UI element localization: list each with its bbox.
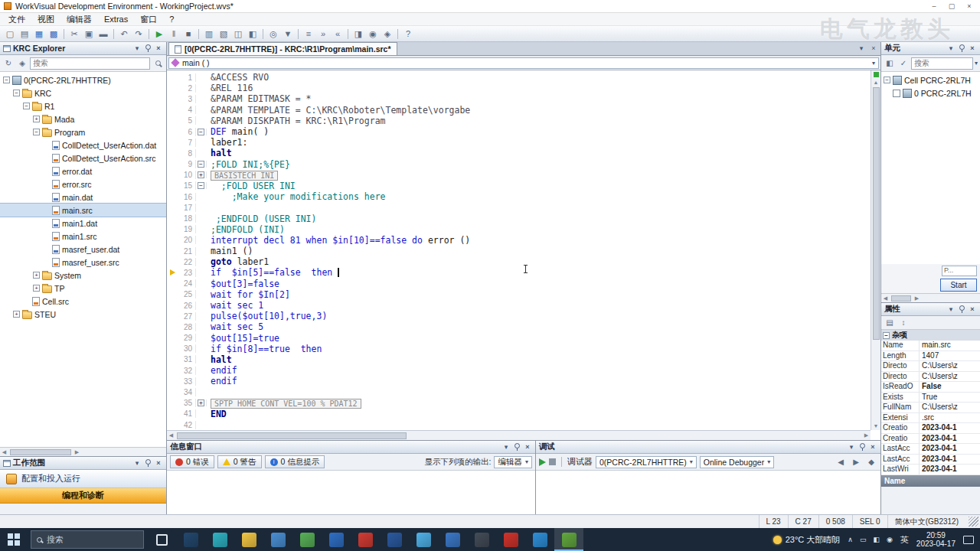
scroll-thumb[interactable]	[891, 295, 911, 302]
close-panel-button[interactable]: ×	[968, 44, 977, 53]
sort-alphabetical-icon[interactable]: ↕	[897, 317, 910, 329]
search-icon[interactable]	[152, 57, 164, 70]
code-line[interactable]: 30if $in[8]==true then	[167, 344, 871, 354]
property-row[interactable]: Creatio2023-04-1	[881, 434, 980, 445]
property-row[interactable]: LastAcc2023-04-1	[881, 455, 980, 465]
code-line[interactable]: 2&REL 116	[167, 83, 871, 93]
hidden-icons-icon[interactable]: ∧	[848, 536, 853, 543]
pin-icon[interactable]	[144, 458, 152, 468]
pin-icon[interactable]	[858, 442, 866, 452]
property-row[interactable]: ExistsTrue	[881, 393, 980, 403]
start-debug-button[interactable]	[539, 458, 546, 466]
code-line[interactable]: 34	[167, 386, 871, 397]
resize-grip[interactable]	[969, 517, 978, 527]
redo-icon[interactable]: ↷	[132, 28, 145, 41]
chevron-down-icon[interactable]: ▾	[975, 60, 978, 67]
scroll-right-icon[interactable]: ▶	[862, 432, 871, 440]
code-line[interactable]: 32endif	[167, 365, 871, 376]
property-category-misc[interactable]: − 杂项	[881, 330, 980, 341]
tree-item-masref-user-dat[interactable]: masref_user.dat	[0, 243, 166, 256]
errors-filter-button[interactable]: 0 错误	[170, 455, 214, 468]
taskbar-task-view-icon[interactable]	[147, 528, 176, 551]
editor-hscrollbar[interactable]: ◀ ▶	[167, 430, 871, 440]
tree-item-masref-user-src[interactable]: masref_user.src	[0, 256, 166, 269]
taskbar-clock[interactable]: 20:59 2023-04-17	[916, 531, 956, 548]
code-line[interactable]: 24$out[3]=false	[167, 279, 871, 289]
infos-filter-button[interactable]: i 0 信息提示	[265, 455, 325, 468]
editor-vscrollbar[interactable]: ▲ ▼	[871, 70, 880, 430]
document-tab-main-src[interactable]: [0(PCRC-2RL7HHTTRE)] - KRC:\R1\Program\m…	[168, 42, 397, 55]
scroll-right-icon[interactable]: ▶	[73, 448, 81, 456]
taskbar-chrome-browser-icon[interactable]	[263, 528, 292, 551]
property-row[interactable]: IsReadOFalse	[881, 382, 980, 393]
code-line[interactable]: 7laber1:	[167, 137, 871, 148]
taskbar-cad-app-icon[interactable]	[176, 528, 205, 551]
taskbar-file-explorer-icon[interactable]	[234, 528, 263, 551]
taskbar-workvisual-icon[interactable]	[554, 528, 583, 551]
code-line[interactable]: 8halt	[167, 148, 871, 158]
code-line[interactable]: 29$out[15]=true	[167, 333, 871, 344]
fold-collapse-icon[interactable]: −	[198, 161, 204, 168]
tree-item-error-src[interactable]: error.src	[0, 178, 166, 191]
scroll-down-icon[interactable]: ▼	[872, 422, 880, 430]
tree-item-krc[interactable]: −KRC	[0, 86, 166, 99]
taskbar-mail-app-icon[interactable]	[322, 528, 351, 551]
property-row[interactable]: Namemain.src	[881, 341, 980, 351]
stop-debug-button[interactable]	[549, 458, 556, 465]
warnings-filter-button[interactable]: 0 警告	[217, 455, 262, 468]
close-panel-button[interactable]: ×	[868, 442, 877, 452]
tree-item-main-src[interactable]: main.src	[0, 204, 166, 217]
taskbar-search[interactable]: 搜索	[31, 530, 144, 549]
tree-item-program[interactable]: −Program	[0, 126, 166, 139]
code-line[interactable]: 26wait sec 1	[167, 300, 871, 311]
open-project-icon[interactable]: ▤	[18, 28, 31, 41]
code-line[interactable]: 3&PARAM EDITMASK = *	[167, 93, 871, 104]
scroll-thumb[interactable]	[177, 432, 407, 439]
pin-icon[interactable]	[958, 44, 965, 53]
menu-file[interactable]: 文件	[2, 13, 31, 26]
menu-window[interactable]: 窗口	[134, 13, 163, 26]
taskbar-qq-app-icon[interactable]	[409, 528, 438, 551]
link-project-icon[interactable]: ◈	[16, 57, 28, 70]
property-row[interactable]: Creatio2023-04-1	[881, 423, 980, 434]
panel-menu-button[interactable]: ▾	[847, 442, 856, 452]
minimize-button[interactable]: –	[927, 2, 941, 11]
step-back-icon[interactable]: ◀	[835, 456, 847, 468]
explorer-search-input[interactable]	[30, 57, 150, 70]
start-button[interactable]: Start	[940, 279, 977, 292]
output-source-selector[interactable]: 编辑器 ▾	[494, 456, 532, 468]
code-line[interactable]: 10+BASISTECH INI	[167, 170, 871, 181]
taskbar-edge-browser-icon[interactable]	[205, 528, 234, 551]
close-panel-button[interactable]: ×	[523, 442, 532, 452]
undo-icon[interactable]: ↶	[117, 28, 131, 41]
code-line[interactable]: 1&ACCESS RVO	[167, 72, 871, 83]
expand-icon[interactable]: +	[33, 272, 40, 279]
search-icon[interactable]: ◎	[266, 28, 280, 41]
code-line[interactable]: 15− ;FOLD USER INI	[167, 181, 871, 191]
collapse-icon[interactable]: −	[3, 77, 10, 83]
copy-icon[interactable]: ▣	[82, 28, 96, 41]
tree-item-main-dat[interactable]: main.dat	[0, 191, 166, 204]
tree-item-cell-src[interactable]: Cell.src	[0, 295, 166, 308]
project-structure-icon[interactable]: ◧	[246, 28, 260, 41]
weather-widget[interactable]: 23°C 大部晴朗	[773, 534, 841, 546]
scroll-left-icon[interactable]: ◀	[881, 294, 890, 302]
code-line[interactable]: 41END	[167, 409, 871, 419]
panel-menu-button[interactable]: ▾	[132, 44, 142, 53]
taskbar-wps-office-icon[interactable]	[496, 528, 525, 551]
scroll-up-icon[interactable]: ▲	[872, 78, 880, 86]
menu-view[interactable]: 视图	[31, 13, 60, 26]
help-icon[interactable]: ?	[401, 28, 415, 41]
refresh-icon[interactable]: ↻	[2, 57, 15, 70]
save-all-icon[interactable]: ▩	[47, 28, 60, 41]
menu-extras[interactable]: Extras	[98, 14, 134, 24]
expand-icon[interactable]: +	[33, 285, 40, 292]
close-panel-button[interactable]: ×	[154, 44, 163, 53]
fold-collapse-icon[interactable]: −	[198, 129, 204, 135]
compare-projects-icon[interactable]: ◫	[231, 28, 245, 41]
pause-icon[interactable]: ‖	[167, 28, 181, 41]
tree-item-0-pcrc-2rl7hhttre[interactable]: −0(PCRC-2RL7HHTTRE)	[0, 73, 166, 86]
code-line[interactable]: 25wait for $In[2]	[167, 289, 871, 300]
code-line[interactable]: 28wait sec 5	[167, 321, 871, 332]
taskbar-video-app-icon[interactable]	[525, 528, 554, 551]
